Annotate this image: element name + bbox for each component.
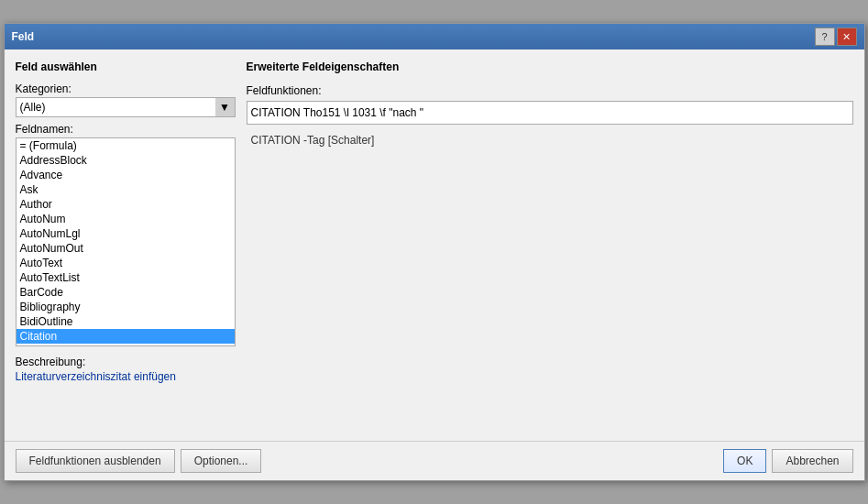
- list-item[interactable]: Bibliography: [16, 300, 235, 314]
- feldfunktion-hint: CITATION -Tag [Schalter]: [247, 128, 853, 152]
- title-bar-controls: ? ✕: [815, 27, 857, 46]
- list-item[interactable]: AutoNumOut: [16, 241, 235, 256]
- kategorien-select-container: (Alle) ▼: [16, 97, 236, 117]
- kategorien-select[interactable]: (Alle): [16, 97, 236, 117]
- description-section: Beschreibung: Literaturverzeichniszitat …: [16, 356, 236, 383]
- right-panel: Erweiterte Feldeigenschaften Feldfunktio…: [247, 60, 853, 430]
- list-item[interactable]: = (Formula): [16, 138, 235, 153]
- bottom-bar: Feldfunktionen ausblenden Optionen... OK…: [5, 441, 864, 480]
- list-item[interactable]: AutoText: [16, 256, 235, 270]
- list-item[interactable]: Ask: [16, 182, 235, 197]
- description-text: Literaturverzeichniszitat einfügen: [16, 370, 236, 383]
- list-item[interactable]: AutoNum: [16, 212, 235, 226]
- kategorien-section: Kategorien: (Alle) ▼: [16, 82, 236, 117]
- feldnamen-section: Feldnamen: = (Formula)AddressBlockAdvanc…: [16, 123, 236, 346]
- list-item[interactable]: AutoNumLgl: [16, 226, 235, 241]
- close-button[interactable]: ✕: [837, 27, 857, 46]
- feldnamen-label: Feldnamen:: [16, 123, 236, 136]
- list-item[interactable]: Author: [16, 197, 235, 212]
- options-button[interactable]: Optionen...: [181, 449, 262, 473]
- dialog-content: Feld auswählen Kategorien: (Alle) ▼ Feld…: [5, 49, 864, 441]
- description-label: Beschreibung:: [16, 356, 236, 368]
- list-item[interactable]: AutoTextList: [16, 270, 235, 285]
- list-item[interactable]: AddressBlock: [16, 153, 235, 168]
- feldnamen-list[interactable]: = (Formula)AddressBlockAdvanceAskAuthorA…: [16, 137, 236, 346]
- list-item[interactable]: BarCode: [16, 285, 235, 300]
- list-item[interactable]: Advance: [16, 168, 235, 182]
- feldfunktionen-section: Feldfunktionen: CITATION -Tag [Schalter]: [247, 84, 853, 152]
- list-item[interactable]: Citation: [16, 329, 235, 344]
- hide-feldfunktionen-button[interactable]: Feldfunktionen ausblenden: [16, 449, 175, 473]
- title-bar: Feld ? ✕: [5, 24, 864, 49]
- dialog-title: Feld: [12, 30, 35, 43]
- title-bar-left: Feld: [12, 30, 35, 43]
- feldfunktion-input[interactable]: [247, 101, 853, 125]
- feld-dialog: Feld ? ✕ Feld auswählen Kategorien: (All…: [4, 23, 865, 481]
- ok-button[interactable]: OK: [723, 449, 766, 473]
- feld-auswaehlen-title: Feld auswählen: [16, 60, 236, 73]
- list-item[interactable]: BidiOutline: [16, 314, 235, 329]
- kategorien-label: Kategorien:: [16, 82, 236, 95]
- cancel-button[interactable]: Abbrechen: [772, 449, 852, 473]
- feldfunktionen-label: Feldfunktionen:: [247, 84, 853, 97]
- bottom-right-buttons: OK Abbrechen: [723, 449, 852, 473]
- erweiterte-title: Erweiterte Feldeigenschaften: [247, 60, 853, 73]
- left-panel: Feld auswählen Kategorien: (Alle) ▼ Feld…: [16, 60, 236, 430]
- help-button[interactable]: ?: [815, 27, 835, 46]
- bottom-left-buttons: Feldfunktionen ausblenden Optionen...: [16, 449, 262, 473]
- list-item[interactable]: Comments: [16, 344, 235, 346]
